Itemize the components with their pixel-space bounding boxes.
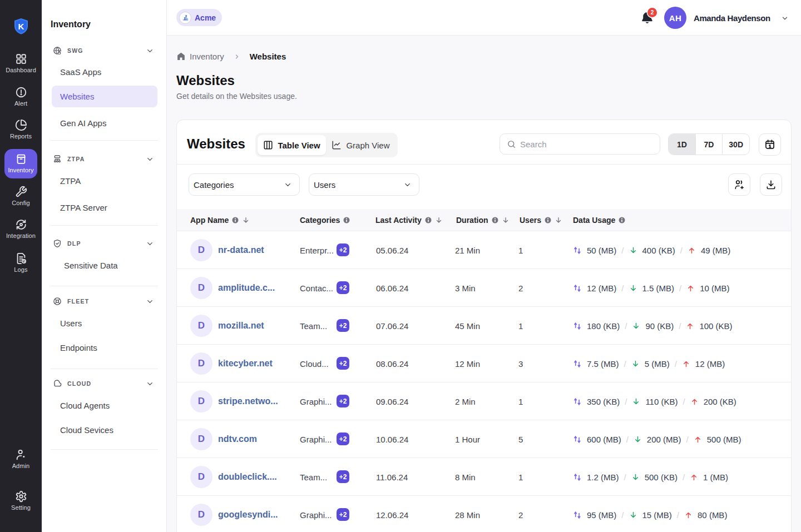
svg-text:K: K <box>18 22 24 31</box>
